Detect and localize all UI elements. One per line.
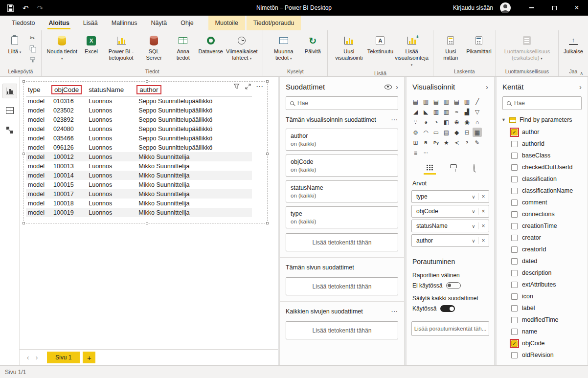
data-view-button[interactable] — [2, 103, 17, 118]
excel-button[interactable]: XExcel — [80, 32, 103, 56]
donut-chart-icon[interactable]: ◔ — [431, 117, 441, 127]
table-cell[interactable]: 023502 — [51, 106, 87, 115]
checkbox[interactable] — [511, 188, 518, 194]
format-tab[interactable] — [449, 163, 458, 176]
table-cell[interactable]: 100012 — [51, 152, 87, 161]
field-item-classification[interactable]: classification — [497, 173, 588, 185]
resize-handle[interactable] — [23, 80, 25, 83]
focus-mode-icon[interactable] — [245, 84, 251, 89]
checkbox[interactable] — [511, 305, 518, 311]
ribbon-tab-lis[interactable]: Lisää — [76, 16, 105, 30]
table-cell[interactable]: model — [26, 106, 51, 115]
filled-map-icon[interactable]: ◉ — [462, 117, 472, 127]
filter-card-objCode[interactable]: objCodeon (kaikki) — [286, 155, 398, 177]
table-row[interactable]: model100013LuonnosMikko Suunnittelija — [26, 161, 252, 171]
close-button[interactable]: × — [565, 0, 588, 16]
table-cell[interactable]: model — [26, 143, 51, 152]
table-cell[interactable]: model — [26, 208, 51, 217]
power-bi-tietojoukot-button[interactable]: Power BI -tietojoukot — [103, 32, 139, 62]
table-row[interactable]: model023502LuonnosSeppo Suunnittelupääll… — [26, 106, 252, 115]
field-well-type[interactable]: type∨× — [411, 190, 489, 203]
ribbon-tab-mallinnus[interactable]: Mallinnus — [105, 16, 144, 30]
field-item-modifiedTime[interactable]: modifiedTime — [497, 314, 588, 326]
table-cell[interactable]: 023892 — [51, 115, 87, 124]
uusi-visualisointi-button[interactable]: Uusi visualisointi — [331, 32, 367, 62]
prev-page-icon[interactable]: ‹ — [23, 354, 32, 361]
table-cell[interactable]: 035466 — [51, 133, 87, 143]
drillthrough-dropzone[interactable]: Lisää porautumiskentät täh... — [411, 321, 489, 336]
model-view-button[interactable] — [2, 123, 17, 137]
report-canvas[interactable]: ··· typeobjCodestatusNameauthormodel0103… — [20, 77, 278, 365]
table-row[interactable]: model035466LuonnosSeppo Suunnittelupääll… — [26, 133, 252, 143]
checkbox[interactable] — [511, 352, 518, 358]
luottamuksellisuus-esikatselu-button[interactable]: Luottamuksellisuus (esikatselu) ▾ — [499, 32, 555, 63]
field-item-classificationName[interactable]: classificationName — [497, 185, 588, 197]
table-cell[interactable]: 100019 — [51, 208, 87, 217]
field-well-objCode[interactable]: objCode∨× — [411, 205, 489, 218]
filters-search[interactable] — [286, 96, 398, 110]
uusi-mittari-button[interactable]: Uusi mittari — [436, 32, 465, 62]
eye-icon[interactable] — [384, 85, 392, 89]
more-options-icon[interactable]: ··· — [421, 148, 430, 157]
table-cell[interactable]: Luonnos — [87, 180, 136, 189]
table-cell[interactable]: model — [26, 161, 51, 171]
checked-checkbox[interactable]: ✓ — [511, 129, 518, 135]
table-tree-item[interactable]: ▼ Find by parameters — [497, 110, 588, 126]
sign-in-button[interactable]: Kirjaudu sisään — [453, 4, 493, 11]
filter-card-author[interactable]: authoron (kaikki) — [286, 129, 398, 151]
field-item-name[interactable]: name — [497, 326, 588, 337]
add-data-fields-dropzone[interactable]: Lisää tietokentät tähän — [286, 321, 398, 339]
python-visual-icon[interactable]: Py — [431, 138, 441, 147]
multi-row-card-icon[interactable]: ▤ — [442, 128, 451, 137]
tekstiruutu-button[interactable]: ATekstiruutu — [367, 32, 393, 56]
avatar[interactable] — [500, 2, 511, 13]
remove-field-icon[interactable]: × — [478, 237, 488, 244]
table-visual[interactable]: ··· typeobjCodestatusNameauthormodel0103… — [23, 81, 268, 223]
more-options-icon[interactable]: ··· — [391, 117, 398, 123]
table-cell[interactable]: model — [26, 189, 51, 199]
table-cell[interactable]: Luonnos — [87, 133, 136, 143]
table-cell[interactable]: model — [26, 199, 51, 208]
checkbox[interactable] — [511, 141, 518, 147]
table-cell[interactable]: Luonnos — [87, 208, 136, 217]
nouda-tiedot-button[interactable]: Nouda tiedot ▾ — [45, 32, 80, 63]
table-visual-grid[interactable]: typeobjCodestatusNameauthormodel010316Lu… — [26, 85, 252, 217]
stacked-area-chart-icon[interactable]: ◣ — [421, 107, 430, 116]
column-header-objCode[interactable]: objCode — [51, 85, 87, 96]
checkbox[interactable] — [511, 164, 518, 171]
field-item-creationTime[interactable]: creationTime — [497, 220, 588, 232]
report-view-button[interactable] — [2, 84, 17, 98]
table-cell[interactable]: 100015 — [51, 180, 87, 189]
checkbox[interactable] — [511, 223, 518, 229]
paginated-report-icon[interactable]: ≡ — [411, 148, 420, 157]
treemap-icon[interactable]: ◧ — [442, 117, 451, 127]
table-row[interactable]: model096126LuonnosSeppo Suunnittelupääll… — [26, 143, 252, 152]
scatter-chart-icon[interactable]: ∵ — [411, 117, 420, 127]
resize-handle[interactable] — [266, 222, 269, 224]
table-cell[interactable]: model — [26, 152, 51, 161]
table-cell[interactable]: Mikko Suunnittelija — [136, 161, 252, 171]
sql-server-button[interactable]: SQL Server — [139, 32, 169, 62]
table-cell[interactable]: Mikko Suunnittelija — [136, 180, 252, 189]
lis-visualisointeja-button[interactable]: +Lisää visualisointeja ▾ — [394, 32, 430, 69]
field-item-extAttributes[interactable]: extAttributes — [497, 279, 588, 290]
table-cell[interactable]: model — [26, 96, 51, 106]
table-cell[interactable]: Seppo Suunnittelupäällikkö — [136, 96, 252, 106]
table-cell[interactable]: 096126 — [51, 143, 87, 152]
table-cell[interactable]: Mikko Suunnittelija — [136, 199, 252, 208]
chevron-down-icon[interactable]: ▼ — [501, 117, 506, 122]
table-row[interactable]: model100019LuonnosMikko Suunnittelija — [26, 208, 252, 217]
qa-visual-icon[interactable]: ? — [462, 138, 472, 147]
filters-search-input[interactable] — [297, 100, 394, 107]
p-ivit-button[interactable]: ↻Päivitä — [301, 32, 324, 56]
next-page-icon[interactable]: › — [32, 354, 41, 361]
table-cell[interactable]: model — [26, 171, 51, 180]
ribbon-tab-tiedot-poraudu[interactable]: Tiedot/poraudu — [247, 16, 301, 30]
field-item-connections[interactable]: connections — [497, 208, 588, 220]
field-item-authorId[interactable]: authorId — [497, 138, 588, 150]
table-row[interactable]: model100017LuonnosMikko Suunnittelija — [26, 189, 252, 199]
waterfall-chart-icon[interactable]: ▟ — [462, 107, 472, 116]
collapse-pane-icon[interactable]: › — [579, 83, 582, 90]
add-data-fields-dropzone[interactable]: Lisää tietokentät tähän — [286, 233, 398, 251]
field-well-author[interactable]: author∨× — [411, 234, 489, 247]
